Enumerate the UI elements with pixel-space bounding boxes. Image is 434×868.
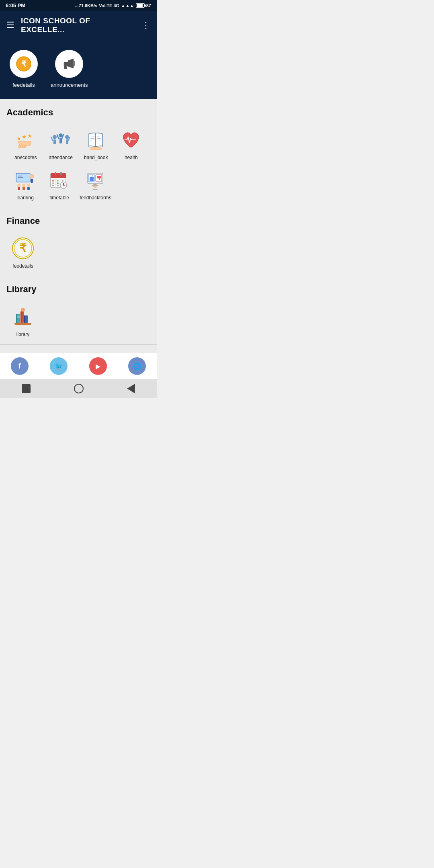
svg-rect-81 bbox=[20, 311, 22, 323]
network-speed: ...71.6KB/s bbox=[75, 3, 98, 8]
svg-rect-66 bbox=[90, 179, 94, 181]
svg-text:★: ★ bbox=[16, 135, 21, 141]
svg-point-54 bbox=[52, 182, 54, 184]
grid-item-library[interactable]: library bbox=[10, 301, 36, 341]
quick-item-feedetails[interactable]: ₹ feedetails bbox=[10, 50, 38, 88]
feedetails-icon-circle: ₹ bbox=[10, 50, 38, 78]
grid-item-attendance[interactable]: attendance bbox=[45, 124, 77, 164]
feedetails-label: feedetails bbox=[12, 82, 35, 88]
svg-rect-5 bbox=[64, 66, 67, 69]
academics-grid-row1: ★ ★ ★ anecdotes bbox=[6, 124, 150, 164]
svg-rect-10 bbox=[20, 145, 23, 148]
svg-point-39 bbox=[27, 184, 30, 187]
svg-line-18 bbox=[57, 135, 59, 139]
svg-point-57 bbox=[52, 185, 54, 186]
grid-item-timetable[interactable]: timetable bbox=[44, 164, 75, 205]
app-title: ICON SCHOOL OF EXCELLE... bbox=[21, 16, 135, 34]
svg-point-52 bbox=[57, 180, 59, 182]
menu-icon[interactable]: ☰ bbox=[6, 20, 14, 31]
health-label: health bbox=[125, 155, 138, 160]
network-type: VoLTE 4G bbox=[99, 3, 119, 8]
nav-home-button[interactable] bbox=[74, 384, 84, 393]
svg-point-53 bbox=[62, 180, 63, 182]
library-icon bbox=[11, 305, 35, 328]
bottom-divider bbox=[0, 344, 157, 345]
svg-point-13 bbox=[53, 135, 57, 139]
status-bar: 6:05 PM ...71.6KB/s VoLTE 4G ▲▲▲ 87 bbox=[0, 0, 157, 11]
library-section: Library bbox=[0, 276, 157, 344]
nav-back-button[interactable] bbox=[127, 384, 135, 393]
svg-point-4 bbox=[73, 61, 75, 66]
library-title: Library bbox=[6, 284, 150, 295]
quick-access-section: ₹ feedetails announcements bbox=[0, 42, 157, 99]
svg-point-37 bbox=[22, 184, 25, 187]
nav-bar bbox=[0, 379, 157, 398]
battery-level: 87 bbox=[146, 3, 151, 8]
svg-point-20 bbox=[65, 135, 69, 139]
grid-item-handbook[interactable]: hand_book bbox=[80, 124, 112, 164]
library-label: library bbox=[16, 332, 30, 337]
feedbackforms-icon bbox=[84, 168, 107, 192]
grid-item-finance-feedetails[interactable]: ₹ feedetails bbox=[10, 233, 36, 273]
quick-item-announcements[interactable]: announcements bbox=[51, 50, 88, 88]
grid-item-learning[interactable]: learning bbox=[10, 164, 41, 205]
megaphone-icon bbox=[61, 55, 78, 72]
twitter-label: 🐦 bbox=[55, 362, 63, 371]
handbook-icon bbox=[84, 128, 108, 151]
svg-rect-9 bbox=[18, 145, 20, 148]
svg-rect-44 bbox=[55, 172, 56, 175]
svg-rect-34 bbox=[31, 179, 33, 183]
svg-rect-36 bbox=[18, 187, 20, 190]
timetable-icon bbox=[48, 168, 71, 192]
svg-point-33 bbox=[30, 174, 34, 178]
svg-rect-43 bbox=[51, 176, 66, 178]
svg-rect-2 bbox=[64, 62, 68, 66]
svg-rect-83 bbox=[24, 315, 25, 323]
finance-title: Finance bbox=[6, 216, 150, 226]
svg-rect-11 bbox=[23, 145, 25, 148]
handbook-label: hand_book bbox=[84, 155, 108, 160]
attendance-label: attendance bbox=[49, 155, 73, 160]
learning-label: learning bbox=[16, 195, 34, 201]
finance-grid: ₹ feedetails bbox=[6, 233, 150, 273]
svg-point-84 bbox=[21, 308, 25, 312]
svg-rect-40 bbox=[27, 187, 30, 190]
attendance-icon bbox=[49, 128, 72, 151]
facebook-icon[interactable]: f bbox=[11, 357, 29, 375]
svg-point-58 bbox=[57, 185, 59, 186]
learning-icon bbox=[14, 168, 37, 192]
facebook-label: f bbox=[18, 362, 21, 371]
svg-text:★: ★ bbox=[22, 133, 27, 140]
svg-point-55 bbox=[57, 182, 59, 184]
svg-text:★: ★ bbox=[27, 133, 32, 139]
svg-marker-3 bbox=[68, 59, 74, 68]
signal-icon: ▲▲▲ bbox=[121, 3, 134, 8]
health-icon bbox=[119, 128, 143, 151]
divider-line bbox=[6, 40, 150, 40]
svg-rect-38 bbox=[23, 187, 25, 190]
svg-line-15 bbox=[51, 137, 53, 140]
svg-point-51 bbox=[52, 180, 54, 182]
status-icons: ...71.6KB/s VoLTE 4G ▲▲▲ 87 bbox=[75, 3, 151, 8]
svg-rect-71 bbox=[92, 185, 98, 186]
web-icon[interactable]: 🌐 bbox=[128, 357, 146, 375]
grid-item-feedbackforms[interactable]: feedbackforms bbox=[78, 164, 113, 205]
grid-item-anecdotes[interactable]: ★ ★ ★ anecdotes bbox=[10, 124, 42, 164]
finance-section: Finance ₹ feedetails bbox=[0, 208, 157, 276]
svg-rect-77 bbox=[16, 314, 17, 323]
social-bar: f 🐦 ▶ 🌐 bbox=[0, 353, 157, 379]
svg-rect-12 bbox=[25, 145, 26, 148]
main-content: Academics ★ ★ ★ bbox=[0, 99, 157, 353]
grid-item-health[interactable]: health bbox=[115, 124, 147, 164]
library-grid: library bbox=[6, 301, 150, 341]
svg-rect-45 bbox=[60, 172, 62, 175]
twitter-icon[interactable]: 🐦 bbox=[50, 357, 68, 375]
nav-recents-button[interactable] bbox=[22, 384, 31, 393]
anecdotes-icon: ★ ★ ★ bbox=[14, 128, 37, 151]
timetable-label: timetable bbox=[49, 195, 69, 201]
battery-fill bbox=[137, 4, 143, 7]
more-icon[interactable]: ⋮ bbox=[141, 20, 150, 31]
finance-feedetails-label: feedetails bbox=[12, 263, 33, 269]
svg-rect-14 bbox=[53, 139, 56, 144]
youtube-icon[interactable]: ▶ bbox=[89, 357, 107, 375]
